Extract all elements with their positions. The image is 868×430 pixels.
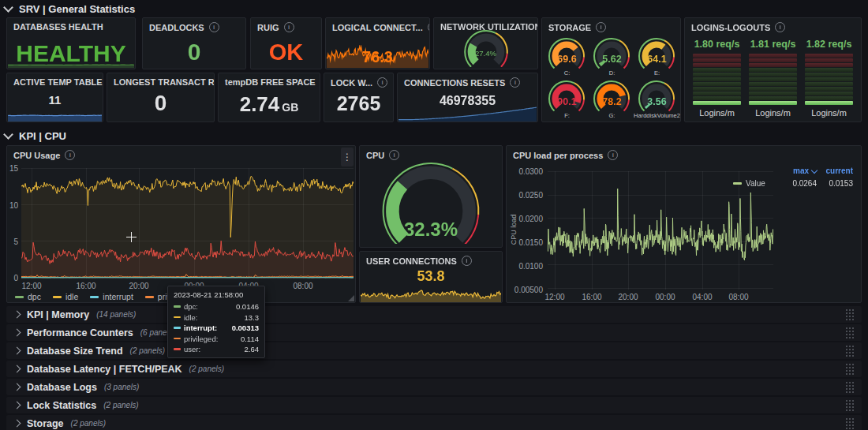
panel-title-text: LOCK W... <box>331 78 372 88</box>
panel-title[interactable]: STORAGE i <box>542 18 680 32</box>
drag-handle-icon[interactable] <box>845 345 854 357</box>
connections-resets-value: 46978355 <box>398 94 537 108</box>
logins-column-label: Logins/m <box>805 108 853 118</box>
info-icon[interactable]: i <box>284 22 294 32</box>
panel-title[interactable]: DEADLOCKS i <box>143 18 245 32</box>
panel-title[interactable]: CPU Usage i <box>7 146 355 160</box>
tooltip-row: privileged: 0.114 <box>174 335 259 343</box>
panel-title[interactable]: ACTIVE TEMP TABLES <box>7 73 103 87</box>
panel-title-text: LONGEST TRANSACT R... <box>114 77 214 87</box>
bar-gauge <box>805 54 853 105</box>
y-tick: 15 <box>7 164 18 173</box>
row-title: Database Logs <box>27 382 97 393</box>
legend-dash <box>90 296 99 298</box>
ruig-value: OK <box>251 39 321 65</box>
user-connections-sparkline <box>361 286 501 302</box>
info-icon[interactable]: i <box>377 77 387 88</box>
row-database-size-trend[interactable]: Database Size Trend (2 panels) <box>6 342 862 359</box>
chevron-right-icon <box>13 420 21 428</box>
panel-title[interactable]: tempDB FREE SPACE <box>219 73 320 87</box>
legend-dash <box>733 182 742 185</box>
panel-title[interactable]: USER CONNECTIONS i <box>360 252 502 266</box>
panel-title-text: CPU <box>366 151 384 160</box>
cpu-usage-chart[interactable] <box>21 168 354 279</box>
row-performance-counters[interactable]: Performance Counters (6 panels) <box>6 324 862 341</box>
tooltip-row: user: 2.64 <box>174 345 259 353</box>
panel-title-text: LOGINS-LOGOUTS <box>691 23 770 32</box>
legend-item-idle[interactable]: idle <box>53 292 78 301</box>
storage-gauge-g: 78.2 G: <box>590 80 634 121</box>
series-dash <box>174 316 181 319</box>
info-icon[interactable]: i <box>389 150 399 160</box>
cpu-load-chart[interactable] <box>548 171 773 290</box>
info-icon[interactable]: i <box>462 256 472 266</box>
y-axis-label: CPU load <box>510 198 518 261</box>
drag-handle-icon[interactable] <box>845 381 854 393</box>
legend-max-value: 0.0264 <box>777 179 817 188</box>
y-tick: 0 <box>7 274 18 282</box>
legend-dash <box>53 296 62 298</box>
y-tick: 0.0100 <box>508 262 543 271</box>
drag-handle-icon[interactable] <box>845 363 854 375</box>
section-row-header-kpi-cpu[interactable]: KPI | CPU <box>5 130 66 142</box>
active-temp-tables-sparkline <box>8 111 102 122</box>
legend-item-interrupt[interactable]: interrupt <box>90 292 133 301</box>
gauge-label: C: <box>541 69 593 77</box>
panel-title[interactable]: CPU load per process i <box>507 146 861 160</box>
dashboard-row-header[interactable]: SRV | General Statistics <box>5 3 135 15</box>
panel-resize-handle[interactable] <box>348 295 354 301</box>
panel-databases-health: DATABASES HEALTH HEALTHY <box>6 17 136 69</box>
drag-handle-icon[interactable] <box>845 327 854 338</box>
row-panel-count: (2 panels) <box>130 346 165 355</box>
panel-network-utilization: NETWORK UTILIZATION 27.4% <box>433 17 538 69</box>
info-icon[interactable]: i <box>596 22 606 32</box>
drag-handle-icon[interactable] <box>845 308 854 320</box>
network-utilization-value: 27.4% <box>434 49 537 58</box>
value-unit: GB <box>282 101 298 114</box>
user-connections-value: 53.8 <box>360 268 502 285</box>
crosshair-cursor <box>126 232 137 242</box>
chevron-right-icon <box>13 402 21 409</box>
row-kpi-memory[interactable]: KPI | Memory (14 panels) <box>6 306 862 323</box>
info-icon[interactable]: i <box>428 22 429 32</box>
info-icon[interactable]: i <box>209 22 219 32</box>
info-icon[interactable]: i <box>65 150 75 160</box>
info-icon[interactable]: i <box>775 22 785 32</box>
storage-gauge-c: 69.6 C: <box>545 37 589 78</box>
row-panel-count: (2 panels) <box>189 365 224 373</box>
storage-gauge-d: 5.62 D: <box>590 37 634 78</box>
row-lock-statistics[interactable]: Lock Statistics (2 panels) <box>6 397 862 413</box>
panel-title-text: CPU Usage <box>13 151 60 160</box>
panel-title[interactable]: LOGINS-LOGOUTS i <box>685 18 861 32</box>
panel-title[interactable]: CPU i <box>360 146 502 160</box>
panel-title-text: DATABASES HEALTH <box>13 22 103 32</box>
legend-sort-max[interactable]: max <box>777 166 817 175</box>
row-title: KPI | Memory <box>27 309 89 320</box>
tempdb-free-space-value: 2.74GB <box>219 92 320 117</box>
row-database-latency[interactable]: Database Latency | FETCH/PEAK (2 panels) <box>6 361 862 377</box>
panel-title-text: NETWORK UTILIZATION <box>440 22 537 32</box>
tooltip-row-highlighted: interrupt: 0.00313 <box>174 323 259 332</box>
panel-title[interactable]: RUIG i <box>251 18 321 32</box>
row-database-logs[interactable]: Database Logs (3 panels) <box>6 379 862 395</box>
info-icon[interactable]: i <box>608 150 618 160</box>
row-storage[interactable]: Storage (2 panels) <box>6 415 862 430</box>
x-tick: 04:00 <box>692 293 712 301</box>
panel-logins-logouts: LOGINS-LOGOUTS i 1.80 req/s Logins/m 1.8… <box>684 17 862 122</box>
panel-title[interactable]: CONNECTIONS RESETS i <box>398 73 537 88</box>
legend-table-row[interactable]: Value 0.0264 0.0153 <box>733 179 853 188</box>
x-tick: 00:00 <box>655 293 675 301</box>
panel-title[interactable]: DATABASES HEALTH <box>7 18 135 32</box>
panel-title[interactable]: LONGEST TRANSACT R... <box>107 73 214 87</box>
info-icon[interactable]: i <box>510 77 520 88</box>
legend-sort-current[interactable]: current <box>817 166 853 175</box>
legend-item-dpc[interactable]: dpc <box>15 292 41 301</box>
drag-handle-icon[interactable] <box>845 399 854 411</box>
panel-menu-kebab-icon[interactable]: ⋮ <box>341 148 354 166</box>
y-tick: 10 <box>7 201 18 210</box>
panel-title[interactable]: NETWORK UTILIZATION <box>434 18 537 32</box>
drag-handle-icon[interactable] <box>845 417 854 429</box>
chevron-down-icon <box>3 2 13 13</box>
panel-title[interactable]: LOCK W... i <box>324 73 393 88</box>
panel-title[interactable]: LOGICAL CONNECT... i <box>326 18 429 32</box>
